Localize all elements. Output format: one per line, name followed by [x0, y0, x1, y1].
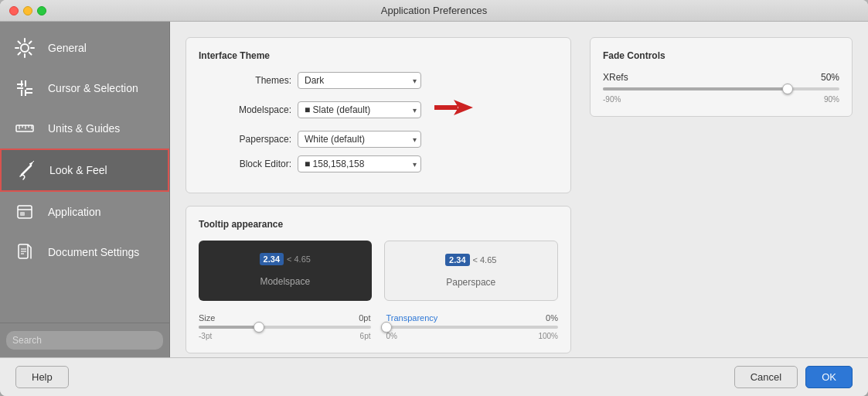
minimize-button[interactable] — [23, 6, 32, 15]
content-area: General — [0, 22, 868, 357]
transparency-slider-header: Transparency 0% — [386, 313, 559, 323]
blockeditor-label: Block Editor: — [199, 159, 291, 169]
interface-theme-section: Interface Theme Themes: Dark ▾ — [186, 37, 571, 193]
sidebar-search-area — [0, 323, 169, 357]
xrefs-row: XRefs 50% — [603, 72, 839, 83]
main-inner: Interface Theme Themes: Dark ▾ — [186, 37, 853, 357]
sidebar-item-look-feel-label: Look & Feel — [49, 164, 107, 176]
fade-controls-title: Fade Controls — [603, 50, 839, 61]
sidebar-item-look-feel[interactable]: Look & Feel — [0, 148, 169, 192]
xrefs-slider-labels: -90% 90% — [603, 95, 839, 104]
svg-rect-4 — [25, 80, 26, 87]
tooltip-paperspace-preview: 2.34 < 4.65 Paperspace — [384, 241, 559, 301]
transparency-slider-section: Transparency 0% 0% 100% — [386, 313, 559, 340]
svg-rect-9 — [16, 125, 33, 131]
ruler-icon — [12, 116, 37, 141]
size-slider-section: Size 0pt -3pt 6pt — [199, 313, 371, 340]
themes-row: Themes: Dark ▾ — [199, 72, 558, 89]
sidebar: General — [0, 22, 170, 357]
close-button[interactable] — [9, 6, 19, 15]
transparency-label: Transparency — [386, 313, 438, 323]
svg-rect-15 — [18, 206, 32, 218]
xrefs-min-label: -90% — [603, 95, 621, 104]
ok-button[interactable]: OK — [805, 366, 853, 388]
cancel-button[interactable]: Cancel — [734, 366, 798, 388]
gear-icon — [12, 36, 37, 60]
themes-select[interactable]: Dark — [298, 72, 421, 89]
paperspace-badge: 2.34 < 4.65 — [445, 254, 496, 266]
blockeditor-select[interactable]: ■ 158,158,158 — [298, 155, 421, 172]
sidebar-item-units-guides[interactable]: Units & Guides — [0, 108, 169, 148]
modelspace-badge-value: 2.34 — [260, 253, 284, 265]
title-bar: Application Preferences — [0, 0, 868, 22]
xrefs-slider-fill — [603, 87, 788, 90]
search-input[interactable] — [6, 331, 163, 350]
sidebar-item-document-settings[interactable]: Document Settings — [0, 232, 169, 272]
svg-rect-3 — [21, 80, 22, 87]
paperspace-label: Paperspace: — [199, 134, 291, 145]
interface-theme-title: Interface Theme — [199, 50, 558, 61]
svg-rect-7 — [21, 90, 22, 96]
xrefs-label: XRefs — [603, 72, 628, 83]
size-max-label: 6pt — [360, 332, 371, 340]
transparency-max-label: 100% — [538, 332, 558, 340]
transparency-slider-thumb[interactable] — [381, 322, 392, 333]
main-content: Interface Theme Themes: Dark ▾ — [170, 22, 868, 357]
size-slider-track[interactable] — [199, 326, 371, 329]
help-button[interactable]: Help — [15, 366, 69, 388]
transparency-slider-track[interactable] — [386, 326, 559, 329]
size-min-label: -3pt — [199, 332, 212, 340]
modelspace-badge: 2.34 < 4.65 — [260, 253, 311, 265]
modelspace-row: Modelspace: ■ Slate (default) ▾ — [199, 97, 558, 123]
themes-select-wrapper: Dark ▾ — [298, 72, 421, 89]
transparency-value: 0% — [546, 313, 558, 323]
modelspace-select-wrapper: ■ Slate (default) ▾ — [298, 101, 421, 118]
sidebar-item-document-label: Document Settings — [48, 246, 139, 258]
modelspace-label: Modelspace: — [199, 104, 291, 115]
xrefs-value: 50% — [821, 72, 839, 83]
size-label: Size — [199, 313, 215, 323]
svg-rect-8 — [25, 90, 26, 96]
maximize-button[interactable] — [37, 6, 46, 15]
xrefs-slider-track[interactable] — [603, 87, 839, 90]
right-panel: Fade Controls XRefs 50% -90% 90% — [590, 37, 853, 357]
paperspace-badge-value: 2.34 — [445, 254, 469, 266]
sidebar-nav: General — [0, 22, 169, 323]
bottom-bar: Help Cancel OK — [0, 357, 868, 396]
modelspace-select[interactable]: ■ Slate (default) — [298, 101, 421, 118]
paperspace-row: Paperspace: White (default) ▾ — [199, 131, 558, 148]
blockeditor-select-wrapper: ■ 158,158,158 ▾ — [298, 155, 421, 172]
size-slider-labels: -3pt 6pt — [199, 332, 371, 340]
window-title: Application Preferences — [381, 5, 487, 16]
svg-rect-6 — [26, 92, 32, 94]
sidebar-item-cursor-label: Cursor & Selection — [48, 82, 138, 94]
size-value: 0pt — [359, 313, 370, 323]
xrefs-slider-thumb[interactable] — [782, 84, 793, 94]
svg-rect-5 — [26, 88, 32, 90]
sidebar-item-general[interactable]: General — [0, 28, 169, 68]
document-icon — [12, 240, 37, 265]
tooltip-appearance-title: Tooltip appearance — [199, 219, 558, 230]
right-buttons: Cancel OK — [734, 366, 853, 388]
sidebar-item-cursor-selection[interactable]: Cursor & Selection — [0, 68, 169, 108]
traffic-lights — [9, 6, 46, 15]
tooltip-appearance-section: Tooltip appearance 2.34 < 4.65 Modelspac… — [186, 206, 571, 353]
cursor-icon — [12, 76, 37, 101]
transparency-slider-labels: 0% 100% — [386, 332, 559, 340]
left-panel: Interface Theme Themes: Dark ▾ — [186, 37, 571, 357]
application-icon — [12, 200, 37, 224]
fade-controls-section: Fade Controls XRefs 50% -90% 90% — [590, 37, 853, 117]
tooltip-sliders: Size 0pt -3pt 6pt — [199, 313, 558, 340]
paperspace-select[interactable]: White (default) — [298, 131, 421, 148]
transparency-min-label: 0% — [386, 332, 397, 340]
application-window: Application Preferences General — [0, 0, 868, 396]
paperspace-tooltip-label: Paperspace — [446, 277, 495, 288]
size-slider-thumb[interactable] — [254, 322, 264, 333]
sidebar-item-application[interactable]: Application — [0, 192, 169, 232]
paperspace-badge-constraint: < 4.65 — [473, 255, 497, 265]
blockeditor-row: Block Editor: ■ 158,158,158 ▾ — [199, 155, 558, 172]
modelspace-tooltip-label: Modelspace — [260, 276, 310, 287]
paperspace-select-wrapper: White (default) ▾ — [298, 131, 421, 148]
modelspace-badge-constraint: < 4.65 — [287, 254, 311, 264]
tooltip-modelspace-preview: 2.34 < 4.65 Modelspace — [199, 241, 372, 301]
